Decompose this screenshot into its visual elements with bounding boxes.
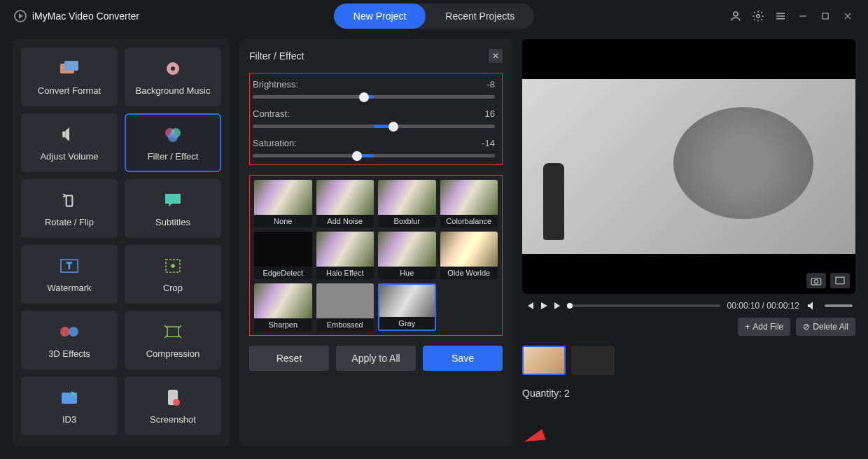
filter-halo-effect[interactable]: Halo Effect bbox=[316, 232, 374, 279]
subtitles-icon bbox=[162, 190, 183, 210]
filter-sharpen[interactable]: Sharpen bbox=[254, 283, 312, 331]
convert-format-icon bbox=[59, 59, 80, 78]
tool-screenshot[interactable]: Screenshot bbox=[125, 376, 221, 435]
panel-close-button[interactable]: ✕ bbox=[489, 49, 503, 63]
reset-button[interactable]: Reset bbox=[249, 346, 329, 371]
filter-hue[interactable]: Hue bbox=[378, 232, 436, 279]
tools-sidebar: Convert Format Background Music Adjust V… bbox=[13, 39, 230, 446]
screenshot-icon bbox=[162, 388, 183, 407]
save-button[interactable]: Save bbox=[423, 346, 503, 371]
id3-icon bbox=[59, 388, 80, 407]
tool-label: Adjust Volume bbox=[40, 151, 98, 162]
app-title: iMyMac Video Converter bbox=[32, 10, 139, 22]
tool-compression[interactable]: Compression bbox=[125, 311, 221, 369]
tool-crop[interactable]: Crop bbox=[125, 245, 221, 304]
svg-point-28 bbox=[814, 280, 818, 283]
music-icon bbox=[162, 59, 183, 78]
tool-filter-effect[interactable]: Filter / Effect bbox=[125, 113, 221, 172]
contrast-slider[interactable]: Contrast: 16 bbox=[253, 108, 495, 128]
tool-adjust-volume[interactable]: Adjust Volume bbox=[21, 113, 118, 172]
playback-bar: 00:00:10 / 00:00:12 bbox=[522, 301, 855, 311]
close-icon[interactable] bbox=[841, 10, 854, 22]
svg-point-0 bbox=[734, 12, 738, 16]
compression-icon bbox=[162, 322, 183, 341]
titlebar: iMyMac Video Converter New Project Recen… bbox=[0, 0, 868, 32]
tool-convert-format[interactable]: Convert Format bbox=[21, 48, 118, 106]
svg-point-21 bbox=[60, 327, 70, 337]
app-brand: iMyMac Video Converter bbox=[14, 10, 139, 22]
svg-point-22 bbox=[69, 327, 78, 337]
project-tabs: New Project Recent Projects bbox=[334, 3, 534, 29]
rotate-icon bbox=[59, 190, 80, 210]
delete-all-button[interactable]: ⊘Delete All bbox=[796, 318, 855, 336]
filter-none[interactable]: None bbox=[254, 180, 312, 227]
tool-rotate-flip[interactable]: Rotate / Flip bbox=[21, 179, 118, 238]
filter-gray[interactable]: Gray bbox=[378, 283, 436, 331]
maximize-icon[interactable] bbox=[819, 10, 832, 22]
filter-olde-worlde[interactable]: Olde Worlde bbox=[440, 232, 498, 279]
brightness-slider[interactable]: Brightness: -8 bbox=[253, 79, 495, 99]
tool-background-music[interactable]: Background Music bbox=[125, 48, 221, 106]
svg-rect-29 bbox=[836, 277, 844, 283]
main-area: Convert Format Background Music Adjust V… bbox=[0, 32, 868, 459]
filter-colorbalance[interactable]: Colorbalance bbox=[440, 180, 498, 227]
minimize-icon[interactable] bbox=[797, 10, 809, 22]
progress-bar[interactable] bbox=[570, 304, 720, 307]
filter-add-noise[interactable]: Add Noise bbox=[316, 180, 374, 227]
svg-rect-16 bbox=[66, 195, 73, 206]
clip-thumb-1[interactable] bbox=[522, 346, 566, 375]
filter-presets-group: None Add Noise Boxblur Colorbalance Edge… bbox=[249, 175, 503, 336]
filter-boxblur[interactable]: Boxblur bbox=[378, 180, 436, 227]
video-preview bbox=[522, 39, 855, 294]
clip-list bbox=[522, 343, 855, 378]
filter-edgedetect[interactable]: EdgeDetect bbox=[254, 232, 312, 279]
play-icon[interactable] bbox=[539, 301, 549, 311]
add-file-button[interactable]: +Add File bbox=[738, 318, 790, 336]
tool-label: Rotate / Flip bbox=[45, 217, 94, 227]
tool-label: ID3 bbox=[62, 414, 76, 425]
tab-recent-projects[interactable]: Recent Projects bbox=[426, 3, 534, 29]
svg-point-20 bbox=[172, 264, 174, 267]
titlebar-right bbox=[729, 10, 854, 22]
slider-value: 16 bbox=[485, 108, 495, 119]
account-icon[interactable] bbox=[729, 10, 742, 22]
watermark-icon: T bbox=[59, 256, 80, 276]
next-icon[interactable] bbox=[553, 301, 563, 311]
quantity-label: Quantity: 2 bbox=[522, 388, 855, 399]
tab-new-project[interactable]: New Project bbox=[334, 3, 426, 29]
svg-point-26 bbox=[173, 399, 180, 406]
slider-value: -8 bbox=[486, 79, 495, 90]
slider-value: -14 bbox=[482, 138, 495, 148]
panel-title: Filter / Effect bbox=[249, 50, 304, 62]
volume-icon[interactable] bbox=[806, 301, 818, 311]
sliders-group: Brightness: -8 Contrast: 16 Saturation: … bbox=[249, 73, 503, 165]
preview-frame bbox=[522, 79, 855, 254]
time-display: 00:00:10 / 00:00:12 bbox=[727, 301, 799, 311]
tool-label: Crop bbox=[163, 283, 183, 293]
settings-icon[interactable] bbox=[752, 10, 764, 22]
fullscreen-icon[interactable] bbox=[830, 273, 850, 288]
apply-to-all-button[interactable]: Apply to All bbox=[336, 346, 416, 371]
tool-label: Screenshot bbox=[150, 414, 196, 425]
filter-icon bbox=[162, 125, 183, 144]
slider-label: Contrast: bbox=[253, 108, 290, 119]
tool-3d-effects[interactable]: 3D Effects bbox=[21, 311, 118, 369]
saturation-slider[interactable]: Saturation: -14 bbox=[253, 138, 495, 157]
volume-slider[interactable] bbox=[825, 304, 853, 307]
prev-icon[interactable] bbox=[525, 301, 535, 311]
clip-thumb-2[interactable] bbox=[571, 346, 615, 375]
tool-label: Subtitles bbox=[155, 217, 190, 227]
filter-embossed[interactable]: Embossed bbox=[316, 283, 374, 331]
tool-subtitles[interactable]: Subtitles bbox=[125, 179, 221, 238]
tool-label: Filter / Effect bbox=[148, 151, 199, 162]
svg-rect-6 bbox=[822, 13, 828, 19]
app-logo-icon bbox=[14, 10, 27, 22]
preview-panel: 00:00:10 / 00:00:12 +Add File ⊘Delete Al… bbox=[522, 39, 855, 446]
menu-icon[interactable] bbox=[774, 10, 787, 22]
tool-id3[interactable]: ID3 bbox=[21, 376, 118, 435]
slider-label: Brightness: bbox=[253, 79, 298, 90]
snapshot-icon[interactable] bbox=[806, 273, 826, 288]
filter-effect-panel: Filter / Effect ✕ Brightness: -8 Contras… bbox=[239, 39, 512, 446]
tool-watermark[interactable]: T Watermark bbox=[21, 245, 118, 304]
slider-label: Saturation: bbox=[253, 138, 297, 148]
